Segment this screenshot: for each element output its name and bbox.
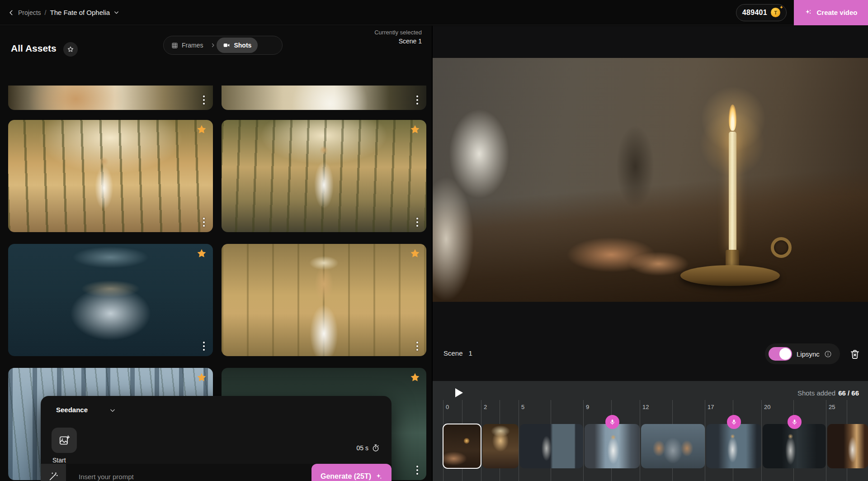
card-menu-icon[interactable] [203, 218, 205, 227]
asset-card[interactable] [222, 120, 426, 232]
image-plus-icon [58, 434, 70, 446]
lipsync-label: Lipsync [797, 350, 820, 358]
breadcrumb-projects-link[interactable]: Projects [18, 9, 41, 16]
tick-label: 0 [446, 404, 449, 410]
timeline-shot-thumb[interactable] [482, 424, 519, 468]
asset-card[interactable] [222, 244, 426, 356]
card-menu-icon[interactable] [416, 218, 418, 227]
breadcrumb-separator: / [45, 9, 47, 16]
candle-flame [729, 105, 736, 131]
scene-label-row: Scene 1 [443, 349, 472, 357]
timeline-shot-thumb[interactable] [706, 424, 761, 468]
generate-sparkle-icon [375, 473, 382, 480]
prompt-input[interactable] [66, 464, 311, 481]
currently-selected-scene: Scene 1 [374, 37, 422, 46]
candle-holder-dish [680, 265, 780, 286]
grid-icon [171, 42, 178, 49]
generator-panel: Seedance Start 05 s [41, 396, 392, 481]
asset-card[interactable] [8, 86, 213, 110]
shots-added-label: Shots added [797, 389, 835, 397]
lipsync-mic-badge[interactable] [605, 415, 619, 429]
generate-button[interactable]: Generate (25T) [311, 464, 392, 481]
delete-scene-button[interactable] [849, 348, 861, 360]
card-menu-icon[interactable] [203, 342, 205, 351]
candle [729, 132, 736, 252]
token-count: 489401 [742, 9, 767, 17]
asset-card[interactable] [222, 86, 426, 110]
token-balance-pill[interactable]: 489401 T✦ [736, 4, 787, 21]
scene-number: 1 [469, 349, 472, 357]
tab-frames-label: Frames [182, 42, 203, 49]
start-frame-label: Start [52, 457, 66, 464]
tick-line [761, 400, 762, 481]
scene-label: Scene [443, 349, 463, 357]
tick-line [705, 400, 705, 481]
project-chevron-down-icon[interactable] [113, 10, 119, 15]
favorites-filter-button[interactable] [63, 42, 78, 57]
generate-label: Generate (25T) [321, 472, 371, 481]
starred-badge-icon[interactable] [196, 124, 207, 135]
breadcrumb: Projects / The Fate of Ophelia [0, 9, 119, 16]
starred-badge-icon[interactable] [196, 248, 207, 259]
timeline-shot-thumb[interactable] [641, 424, 705, 468]
timeline-shot-thumb[interactable] [443, 424, 481, 468]
duration-selector[interactable]: 05 s [357, 444, 380, 452]
create-video-button[interactable]: Create video [794, 0, 868, 25]
timeline-shot-thumb[interactable] [827, 424, 868, 468]
lipsync-mic-badge[interactable] [788, 415, 802, 429]
top-bar: Projects / The Fate of Ophelia 489401 T✦… [0, 0, 868, 25]
currently-selected-block: Currently selected Scene 1 [374, 29, 422, 46]
tick-label: 2 [484, 404, 487, 410]
starred-badge-icon[interactable] [410, 248, 420, 259]
start-frame-upload-button[interactable] [52, 428, 77, 453]
timeline-shot-thumb[interactable] [520, 424, 583, 468]
create-video-label: Create video [816, 9, 857, 16]
tab-shots-label: Shots [234, 42, 251, 49]
tick-line [640, 400, 640, 481]
back-chevron-icon[interactable] [8, 10, 14, 16]
lipsync-toggle[interactable] [769, 347, 792, 361]
stopwatch-icon [372, 444, 380, 452]
starred-badge-icon[interactable] [196, 372, 207, 383]
asset-card[interactable] [8, 244, 213, 356]
currently-selected-caption: Currently selected [374, 29, 422, 37]
model-chevron-down-icon[interactable] [109, 407, 116, 414]
coin-sparkle-icon: ✦ [779, 5, 783, 10]
starred-badge-icon[interactable] [410, 372, 420, 383]
frames-shots-toggle: Frames Shots [163, 36, 283, 55]
topbar-right: 489401 T✦ Create video [736, 0, 868, 25]
toggle-knob [779, 348, 791, 360]
info-icon[interactable] [824, 350, 832, 358]
timeline-section: Shots added66 / 66 0 2 5 9 12 17 20 25 [433, 381, 868, 481]
lipsync-mic-badge[interactable] [727, 415, 741, 429]
camera-icon [223, 42, 230, 49]
shots-added-status: Shots added66 / 66 [797, 389, 859, 397]
starred-badge-icon[interactable] [410, 124, 420, 135]
project-title[interactable]: The Fate of Ophelia [50, 9, 110, 16]
app-root: Projects / The Fate of Ophelia 489401 T✦… [0, 0, 868, 481]
card-menu-icon[interactable] [203, 95, 205, 105]
token-coin-icon: T✦ [771, 8, 780, 17]
tick-label: 17 [708, 404, 714, 410]
enhance-prompt-button[interactable] [41, 464, 66, 481]
play-button[interactable] [454, 387, 464, 398]
lipsync-control: Lipsync [765, 343, 840, 364]
card-menu-icon[interactable] [416, 95, 418, 105]
tab-frames[interactable]: Frames [165, 38, 209, 53]
video-preview[interactable] [433, 58, 868, 302]
tick-line [519, 400, 519, 481]
timeline-shot-thumb[interactable] [763, 424, 826, 468]
tick-line [481, 400, 481, 481]
tick-label: 20 [764, 404, 770, 410]
card-menu-icon[interactable] [416, 466, 418, 475]
model-selector[interactable]: Seedance [56, 406, 88, 414]
timeline-shot-thumb[interactable] [585, 424, 640, 468]
asset-card[interactable] [8, 120, 213, 232]
tick-label: 12 [642, 404, 649, 410]
card-menu-icon[interactable] [416, 342, 418, 351]
tab-shots[interactable]: Shots [217, 38, 258, 53]
tick-label: 5 [521, 404, 524, 410]
tick-label: 25 [829, 404, 835, 410]
tick-label: 9 [586, 404, 589, 410]
magic-wand-icon [48, 471, 58, 481]
